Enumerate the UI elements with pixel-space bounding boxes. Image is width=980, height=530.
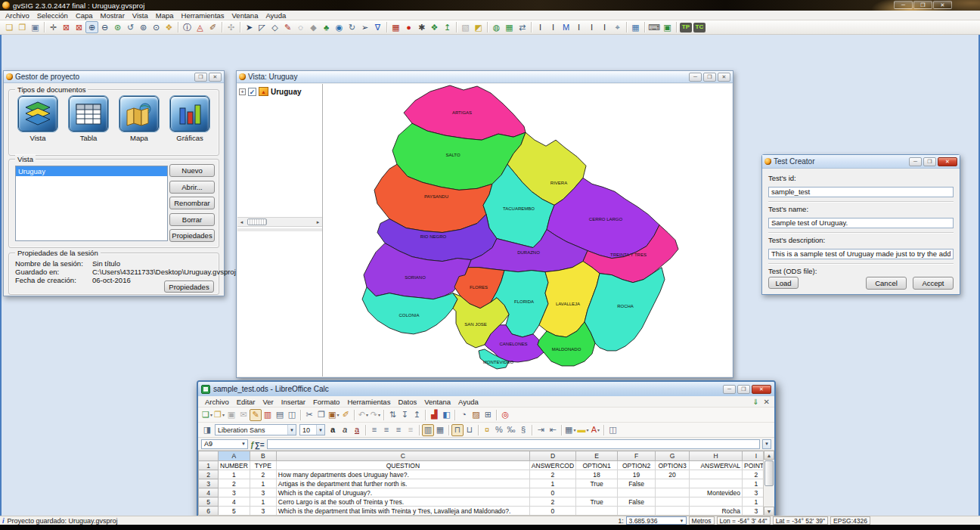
renombrar-button[interactable]: Renombrar <box>169 197 215 209</box>
gallery-icon[interactable]: ▨ <box>470 409 482 421</box>
redo-icon[interactable]: ↷▾ <box>369 409 381 421</box>
chevron-down-icon[interactable]: ▼ <box>316 425 324 435</box>
reload-layers-icon[interactable]: ↻ <box>346 21 358 33</box>
column-header-b[interactable]: B <box>250 451 276 461</box>
cell[interactable] <box>618 507 656 516</box>
navigator-icon[interactable]: ⊞ <box>482 409 494 421</box>
cell[interactable]: False <box>618 497 656 507</box>
select-layer-icon[interactable]: ♣ <box>320 21 333 33</box>
menu-capa[interactable]: Capa <box>72 11 97 20</box>
toc-splitter[interactable] <box>237 228 322 231</box>
accept-button[interactable]: Accept <box>913 277 954 290</box>
cell[interactable]: OPTION2 <box>618 461 656 470</box>
map-canvas[interactable]: ARTIGASSALTORIVERAPAYSANDUTACUAREMBOCERR… <box>323 84 732 377</box>
zoom-selection-icon[interactable]: ⊚ <box>137 21 150 33</box>
session-properties-button[interactable]: Propiedades <box>164 280 214 293</box>
cell[interactable]: 20 <box>656 470 690 479</box>
row-header-4[interactable]: 4 <box>199 488 219 497</box>
close-document-icon[interactable]: ✕ <box>764 398 770 406</box>
cell[interactable]: 3 <box>250 488 276 497</box>
add-layer-icon[interactable]: ❖ <box>428 21 441 33</box>
doc-type-graficas[interactable]: Gráficas <box>168 96 212 142</box>
column-header-e[interactable]: E <box>576 451 618 461</box>
cell[interactable]: 18 <box>576 470 618 479</box>
measure-i2-icon[interactable]: I <box>547 21 560 33</box>
cell[interactable]: 1 <box>250 479 276 488</box>
sort-descending-icon[interactable]: ↥ <box>411 409 423 421</box>
hypsometry-icon[interactable]: ⌖ <box>611 21 624 33</box>
cell[interactable]: How many departments does Uruguay have?. <box>276 470 529 479</box>
spreadsheet-grid[interactable]: ABCDEFGHI1NUMBERTYPEQUESTIONANSWERCODOPT… <box>198 451 774 516</box>
calc-menu-insertar[interactable]: Insertar <box>278 398 309 406</box>
sort-icon[interactable]: ⇅ <box>386 409 399 421</box>
test-player-icon[interactable]: TP <box>680 23 692 33</box>
calc-menu-ayuda[interactable]: Ayuda <box>454 398 482 406</box>
scroll-left-icon[interactable]: ◂ <box>237 219 246 225</box>
gvsig-titlebar[interactable]: gvSIG 2.3.0.2447 final : Uruguay.gvsproj… <box>0 0 980 11</box>
column-header-f[interactable]: F <box>618 451 656 461</box>
hyperlink-icon[interactable]: ↥ <box>441 21 454 33</box>
indent-decrease-icon[interactable]: ⇤ <box>547 424 559 436</box>
row-header-1[interactable]: 1 <box>199 461 219 470</box>
zoom-in-icon[interactable]: ⊕ <box>85 21 98 33</box>
maximize-button[interactable]: ❐ <box>194 73 207 82</box>
cell-reference-box[interactable]: A9 ▼ <box>201 439 248 449</box>
minimize-button[interactable]: ─ <box>894 1 913 9</box>
pan-icon[interactable]: ✛ <box>47 21 60 33</box>
scrollbar-thumb[interactable] <box>247 219 267 225</box>
geoprocess-globe-icon[interactable]: ◍ <box>490 21 503 33</box>
menu-archivo[interactable]: Archivo <box>2 11 33 20</box>
email-icon[interactable]: ✉ <box>237 409 250 421</box>
maximize-button[interactable]: ❐ <box>703 73 716 82</box>
stop-drawing-icon[interactable]: ● <box>402 21 415 33</box>
export-image-icon[interactable]: ▦ <box>389 21 402 33</box>
cell[interactable]: 4 <box>219 497 250 507</box>
package-manager-icon[interactable]: ▣ <box>661 21 674 33</box>
dropdown-arrow-icon[interactable]: ▾ <box>222 413 225 417</box>
calc-menu-archivo[interactable]: Archivo <box>201 398 233 406</box>
filter-icon[interactable]: ∇ <box>371 21 384 33</box>
save-project-icon[interactable]: ▣ <box>29 21 42 33</box>
cell[interactable]: 19 <box>618 470 656 479</box>
copy-icon[interactable]: ❐ <box>315 409 327 421</box>
calc-menu-formato[interactable]: Formato <box>309 398 343 406</box>
menu-mapa[interactable]: Mapa <box>152 11 178 20</box>
column-header-d[interactable]: D <box>529 451 575 461</box>
column-header-g[interactable]: G <box>656 451 690 461</box>
italic-icon[interactable]: a <box>339 424 351 436</box>
dropdown-arrow-icon[interactable]: ▾ <box>336 413 339 417</box>
info-icon[interactable]: ⓘ <box>181 21 194 33</box>
expand-formula-bar-icon[interactable]: ▼ <box>762 439 771 449</box>
cell[interactable]: True <box>576 479 618 488</box>
cell[interactable]: Artigas is the department that further n… <box>276 479 529 488</box>
calc-menu-editar[interactable]: Editar <box>233 398 259 406</box>
menu-ayuda[interactable]: Ayuda <box>262 11 290 20</box>
dropdown-arrow-icon[interactable]: ▾ <box>597 428 600 432</box>
percent-format-icon[interactable]: % <box>493 424 505 436</box>
cell[interactable]: 1 <box>529 479 575 488</box>
cell[interactable]: TYPE <box>250 461 276 470</box>
measure-i4-icon[interactable]: I <box>585 21 598 33</box>
cut-icon[interactable]: ✂ <box>303 409 315 421</box>
merge-cells-icon[interactable]: ▦ <box>434 424 446 436</box>
cell[interactable]: Rocha <box>690 507 743 516</box>
row-header-6[interactable]: 6 <box>199 507 219 516</box>
select-buffer-icon[interactable]: ◆ <box>307 21 320 33</box>
cell[interactable] <box>690 479 743 488</box>
test-creator-titlebar[interactable]: Test Creator ─ ❐ ✕ <box>762 155 960 169</box>
scrollbar-thumb[interactable] <box>764 460 774 486</box>
merge-center-icon[interactable]: ▥ <box>422 424 434 436</box>
bold-icon[interactable]: a <box>327 424 339 436</box>
propiedades-button[interactable]: Propiedades <box>169 229 215 242</box>
measure-i5-icon[interactable]: I <box>598 21 611 33</box>
edit-disabled-icon[interactable]: ▧ <box>459 21 472 33</box>
font-color-icon[interactable]: A▾ <box>589 424 601 436</box>
view-list-item[interactable]: Uruguay <box>16 166 167 176</box>
cell[interactable]: 1 <box>250 497 276 507</box>
paste-icon[interactable]: ▣▾ <box>327 409 340 421</box>
borrar-button[interactable]: Borrar <box>169 213 215 226</box>
maximize-button[interactable]: ❐ <box>913 1 932 9</box>
maximize-button[interactable]: ❐ <box>923 157 936 166</box>
cell[interactable] <box>576 507 618 516</box>
align-bottom-icon[interactable]: ⊔ <box>464 424 476 436</box>
